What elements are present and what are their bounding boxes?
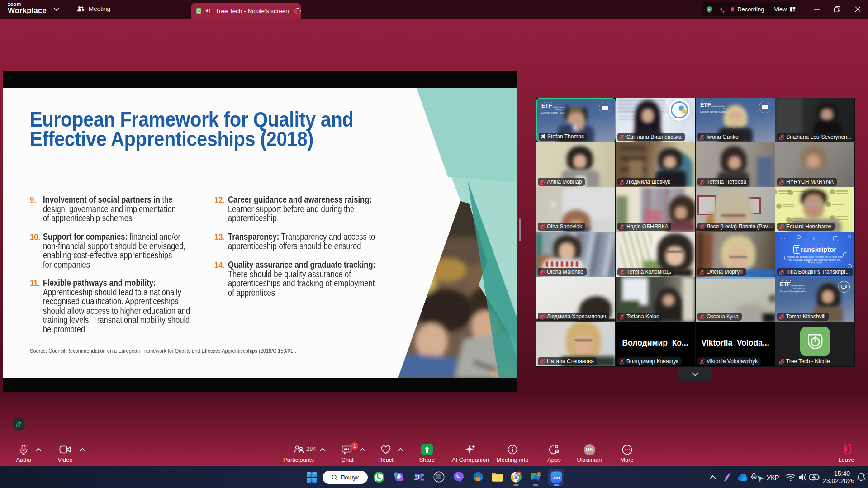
svg-text:z: z [863, 473, 865, 476]
svg-text:zm: zm [553, 475, 560, 480]
svg-text:T: T [417, 474, 420, 479]
